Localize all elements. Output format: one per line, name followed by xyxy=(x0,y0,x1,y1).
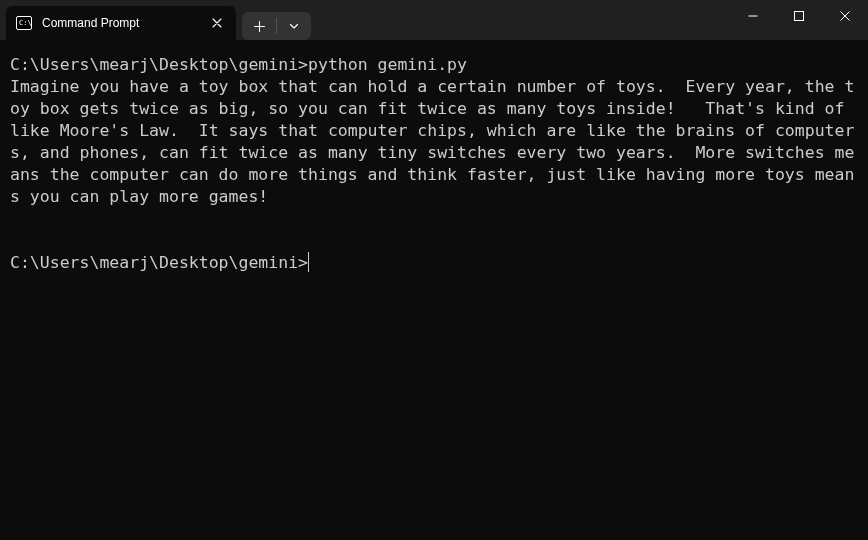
close-icon xyxy=(212,18,222,28)
tab-close-button[interactable] xyxy=(208,14,226,32)
tab-command-prompt[interactable]: C:\ Command Prompt xyxy=(6,6,236,40)
close-icon xyxy=(840,11,850,21)
tab-actions xyxy=(242,12,311,40)
prompt-line-1: C:\Users\mearj\Desktop\gemini>python gem… xyxy=(10,55,467,74)
minimize-button[interactable] xyxy=(730,0,776,32)
output-text: Imagine you have a toy box that can hold… xyxy=(10,77,854,206)
close-window-button[interactable] xyxy=(822,0,868,32)
cmd-icon: C:\ xyxy=(16,15,32,31)
titlebar[interactable]: C:\ Command Prompt xyxy=(0,0,868,40)
chevron-down-icon xyxy=(289,21,299,31)
window-controls xyxy=(730,0,868,40)
tabs-area: C:\ Command Prompt xyxy=(0,0,311,40)
cursor xyxy=(308,252,309,272)
maximize-button[interactable] xyxy=(776,0,822,32)
window: C:\ Command Prompt xyxy=(0,0,868,540)
plus-icon xyxy=(254,21,265,32)
prompt-path: C:\Users\mearj\Desktop\gemini> xyxy=(10,55,308,74)
maximize-icon xyxy=(794,11,804,21)
prompt-line-2: C:\Users\mearj\Desktop\gemini> xyxy=(10,253,309,272)
new-tab-button[interactable] xyxy=(242,12,276,40)
minimize-icon xyxy=(748,11,758,21)
svg-text:C:\: C:\ xyxy=(19,19,32,27)
tab-dropdown-button[interactable] xyxy=(277,12,311,40)
terminal-area[interactable]: C:\Users\mearj\Desktop\gemini>python gem… xyxy=(0,40,868,540)
tab-title: Command Prompt xyxy=(42,16,200,30)
prompt-path: C:\Users\mearj\Desktop\gemini> xyxy=(10,253,308,272)
command-text: python gemini.py xyxy=(308,55,467,74)
svg-rect-2 xyxy=(795,12,804,21)
